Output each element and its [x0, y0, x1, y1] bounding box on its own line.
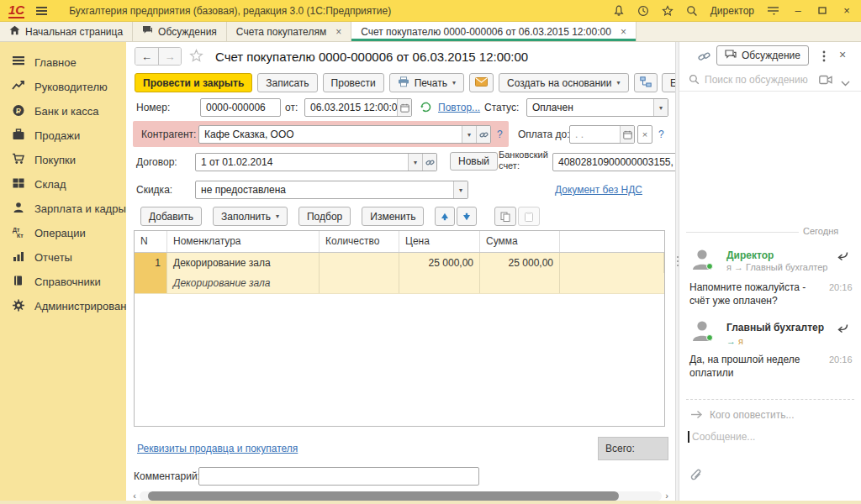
calendar-icon[interactable]: [397, 99, 411, 116]
favorites-star-icon[interactable]: [662, 5, 673, 17]
global-search-icon[interactable]: [686, 5, 698, 17]
comment-input[interactable]: [198, 467, 479, 486]
dropdown-icon[interactable]: ▾: [453, 181, 467, 198]
print-button[interactable]: Печать ▾: [389, 73, 464, 92]
reply-icon[interactable]: [836, 249, 848, 263]
open-link-icon[interactable]: [476, 126, 490, 143]
column-header-quantity[interactable]: Количество: [320, 231, 399, 252]
column-header-extra: [560, 231, 664, 252]
notify-whom-input[interactable]: Кого оповестить...: [710, 409, 795, 421]
add-row-button[interactable]: Добавить: [140, 207, 202, 226]
bank-account-field[interactable]: 40802810900000003155, ОА: [552, 153, 675, 171]
current-user[interactable]: Директор: [710, 5, 754, 17]
pay-until-field[interactable]: . .: [569, 125, 635, 144]
date-label: от:: [285, 98, 298, 117]
open-link-icon[interactable]: [422, 154, 436, 171]
document-form: ← → Счет покупателю 0000-000006 от 06.03…: [126, 42, 675, 501]
reply-icon[interactable]: [836, 322, 848, 335]
paste-rows-button[interactable]: [518, 207, 540, 226]
sidebar-item-reports[interactable]: Отчеты: [0, 245, 126, 270]
tab-home[interactable]: Начальная страница: [0, 22, 133, 41]
sidebar-item-label: Операции: [34, 227, 86, 239]
tab-close-icon[interactable]: ×: [335, 27, 341, 37]
clipped-toolbar-button[interactable]: Е: [662, 73, 675, 92]
sidebar-item-manager[interactable]: Руководителю: [0, 75, 126, 99]
tab-discussions[interactable]: Обсуждения: [133, 22, 227, 41]
status-select[interactable]: Оплачен ▾: [526, 98, 668, 117]
minimize-button[interactable]: –: [792, 5, 804, 16]
number-field[interactable]: 0000-000006: [200, 98, 281, 117]
table-row[interactable]: 1 Декорирование зала 25 000,00 25 000,00…: [135, 253, 664, 294]
scrollbar-thumb[interactable]: [148, 491, 619, 501]
tab-customer-invoices-list[interactable]: Счета покупателям ×: [227, 22, 351, 41]
create-based-on-button[interactable]: Создать на основании ▾: [499, 73, 629, 92]
sidebar-item-main[interactable]: Главное: [0, 50, 126, 75]
sidebar-item-operations[interactable]: ДтКт Операции: [0, 221, 126, 245]
contractor-help-link[interactable]: ?: [497, 125, 503, 144]
back-button[interactable]: ←: [135, 48, 158, 65]
column-header-sum[interactable]: Сумма: [480, 231, 560, 252]
tab-close-icon[interactable]: ×: [621, 27, 626, 37]
copy-link-icon[interactable]: [698, 50, 710, 65]
send-email-button[interactable]: [469, 73, 494, 92]
copy-rows-button[interactable]: [494, 207, 516, 226]
contractor-field[interactable]: Кафе Сказка, ООО ▾: [198, 125, 491, 144]
new-contract-button[interactable]: Новый: [450, 152, 498, 171]
post-and-close-button[interactable]: Провести и закрыть: [135, 73, 252, 92]
pay-until-clear-button[interactable]: ×: [637, 125, 652, 144]
repeat-link[interactable]: Повтор...: [438, 98, 480, 117]
video-call-icon[interactable]: [819, 75, 832, 87]
discount-select[interactable]: не предоставлена ▾: [195, 181, 468, 199]
message-author[interactable]: Главный бухгалтер: [726, 322, 824, 333]
dropdown-icon[interactable]: ▾: [653, 99, 668, 116]
column-header-nomenclature[interactable]: Номенклатура: [167, 231, 320, 252]
save-button[interactable]: Записать: [257, 73, 317, 92]
recurrence-icon[interactable]: [420, 101, 432, 116]
sidebar-item-directories[interactable]: Справочники: [0, 270, 126, 294]
main-menu-button[interactable]: [34, 5, 49, 17]
attach-paperclip-icon[interactable]: [689, 469, 704, 486]
sidebar-item-salary-hr[interactable]: Зарплата и кадры: [0, 197, 126, 221]
column-header-n[interactable]: N: [135, 231, 167, 252]
sidebar-item-sales[interactable]: Продажи: [0, 123, 126, 148]
panel-close-icon[interactable]: ×: [839, 48, 846, 61]
notifications-bell-icon[interactable]: [613, 5, 625, 17]
sidebar-item-warehouse[interactable]: Склад: [0, 172, 126, 197]
discussion-search[interactable]: Поиск по обсуждению: [679, 69, 861, 92]
calendar-icon[interactable]: [620, 126, 634, 143]
contract-field[interactable]: 1 от 01.02.2014 ▾: [195, 153, 437, 171]
scroll-left-arrow[interactable]: ‹: [129, 491, 140, 501]
post-button[interactable]: Провести: [323, 73, 384, 92]
horizontal-scrollbar[interactable]: ‹ ›: [129, 491, 672, 501]
column-header-price[interactable]: Цена: [399, 231, 480, 252]
fill-button[interactable]: Заполнить▾: [213, 207, 288, 226]
history-icon[interactable]: [637, 5, 649, 17]
move-down-button[interactable]: [457, 207, 477, 226]
service-menu-icon[interactable]: [767, 5, 779, 16]
dropdown-icon[interactable]: ▾: [408, 154, 422, 171]
close-button[interactable]: ×: [841, 5, 853, 16]
message-input[interactable]: Сообщение...: [692, 431, 755, 443]
chevron-down-icon[interactable]: [841, 77, 850, 89]
pick-button[interactable]: Подбор: [298, 207, 351, 226]
message-author[interactable]: Директор: [726, 249, 774, 261]
date-field[interactable]: 06.03.2015 12:00:00: [304, 98, 412, 117]
favorite-star-icon[interactable]: [189, 49, 203, 65]
discussion-toggle-button[interactable]: Обсуждение: [716, 45, 809, 66]
items-table: N Номенклатура Количество Цена Сумма 1 Д…: [134, 230, 665, 427]
sidebar-item-purchases[interactable]: Покупки: [0, 148, 126, 172]
sidebar-item-administration[interactable]: Администрирование: [0, 294, 126, 318]
related-documents-button[interactable]: [634, 73, 658, 92]
scroll-right-arrow[interactable]: ›: [662, 491, 672, 501]
tab-customer-invoice-document[interactable]: Счет покупателю 0000-000006 от 06.03.201…: [351, 22, 637, 41]
move-up-button[interactable]: [435, 207, 455, 226]
panel-menu-icon[interactable]: [822, 50, 826, 65]
dropdown-icon[interactable]: ▾: [462, 126, 476, 143]
maximize-button[interactable]: [816, 5, 828, 16]
forward-button[interactable]: →: [158, 48, 181, 65]
seller-buyer-details-link[interactable]: Реквизиты продавца и покупателя: [137, 439, 298, 458]
pay-until-help-link[interactable]: ?: [658, 125, 664, 144]
sidebar-item-bank-cash[interactable]: P Банк и касса: [0, 99, 126, 123]
change-button[interactable]: Изменить: [362, 207, 424, 226]
no-vat-link[interactable]: Документ без НДС: [555, 181, 642, 199]
